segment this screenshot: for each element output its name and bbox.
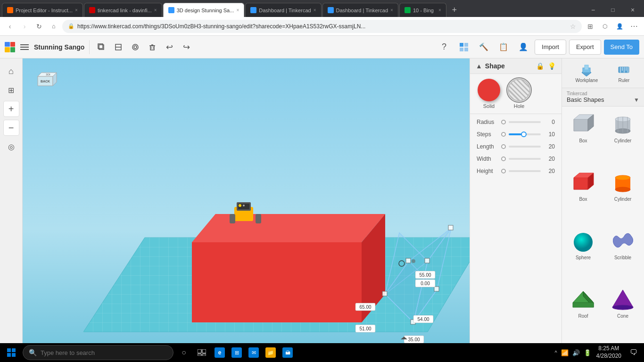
height-slider[interactable]	[509, 170, 541, 172]
tab-3-active[interactable]: 3D design Stunning Sa... ×	[163, 3, 245, 17]
back-button[interactable]: ‹	[4, 20, 16, 33]
shape-item-box-gray[interactable]: Box	[564, 108, 603, 166]
tab1-close[interactable]: ×	[75, 8, 78, 13]
refresh-button[interactable]: ↻	[33, 20, 45, 33]
redo-button[interactable]: ↪	[179, 40, 193, 54]
workplane-button[interactable]: Workplane	[572, 61, 602, 85]
radius-row: Radius 0	[477, 119, 555, 125]
shape-item-cone[interactable]: Cone	[603, 284, 642, 341]
zoom-in-button[interactable]: +	[3, 101, 19, 117]
workplane-label: Workplane	[576, 78, 598, 83]
tab3-close[interactable]: ×	[236, 8, 239, 13]
battery-icon[interactable]: 🔋	[582, 349, 593, 356]
taskbar-icon-mail[interactable]: ✉	[245, 344, 262, 361]
clipboard-button[interactable]: 📋	[495, 39, 512, 56]
network-icon[interactable]: 📶	[560, 349, 570, 356]
ruler-button[interactable]: Ruler	[613, 61, 634, 85]
close-button[interactable]: ×	[623, 3, 642, 17]
tab-1[interactable]: Project Editor - Instruct... ×	[2, 3, 83, 17]
zoom-out-button[interactable]: −	[3, 120, 19, 136]
viewport[interactable]: 55.00 0.00 65.00 51.00 54.00 35.00	[23, 58, 470, 343]
height-dot[interactable]	[501, 169, 506, 173]
delete-button[interactable]	[145, 40, 159, 54]
clock[interactable]: 8:25 AM 4/28/2020	[593, 345, 625, 360]
star-icon[interactable]: ☆	[570, 23, 576, 30]
compass-button[interactable]: ◎	[3, 139, 19, 155]
volume-icon[interactable]: 🔊	[571, 349, 581, 356]
svg-marker-17	[192, 242, 362, 322]
new-tab-button[interactable]: +	[447, 3, 462, 17]
shape-item-cylinder-orange[interactable]: Cylinder	[603, 167, 642, 224]
minimize-button[interactable]: −	[584, 3, 603, 17]
user-button[interactable]: 👤	[515, 39, 532, 56]
import-button[interactable]: Import	[535, 40, 566, 55]
task-view-button[interactable]	[193, 344, 210, 361]
length-dot[interactable]	[501, 144, 506, 149]
svg-text:51.00: 51.00	[359, 326, 371, 331]
hammer-button[interactable]: 🔨	[475, 39, 492, 56]
expand-nav-button[interactable]: ⊞	[3, 82, 19, 98]
view-button[interactable]	[455, 39, 472, 56]
svg-rect-24	[382, 291, 387, 296]
width-dot[interactable]	[501, 156, 506, 161]
more-button[interactable]: ⋯	[628, 20, 640, 33]
send-to-button[interactable]: Send To	[604, 40, 639, 55]
tab-4[interactable]: Dashboard | Tinkercad ×	[245, 3, 321, 17]
search-input[interactable]	[41, 349, 167, 356]
tab-2[interactable]: tinkercad link - davinfi... ×	[84, 3, 162, 17]
shape-item-roof[interactable]: Roof	[564, 284, 603, 341]
category-name: Basic Shapes	[567, 96, 604, 103]
light-shape-icon[interactable]: 💡	[548, 62, 556, 70]
radius-dot[interactable]	[501, 120, 506, 124]
tray-area: ^ 📶 🔊 🔋	[553, 349, 592, 356]
length-slider[interactable]	[509, 146, 541, 148]
help-button[interactable]: ?	[436, 39, 453, 56]
search-bar[interactable]: 🔍	[23, 345, 173, 360]
taskbar-icon-store[interactable]: ⊞	[228, 344, 245, 361]
shape-item-cylinder-gray[interactable]: Cylinder	[603, 108, 642, 166]
shape-item-sphere[interactable]: Sphere	[564, 225, 603, 283]
tray-arrow[interactable]: ^	[553, 350, 558, 355]
start-button[interactable]	[2, 343, 21, 362]
tab5-close[interactable]: ×	[390, 8, 393, 13]
steps-dot[interactable]	[501, 132, 506, 137]
profile-button[interactable]: 👤	[613, 20, 626, 33]
radius-slider[interactable]	[509, 121, 541, 123]
shape-item-box-red[interactable]: Box	[564, 167, 603, 224]
svg-point-38	[243, 205, 245, 206]
cast-button[interactable]: ⬡	[599, 20, 611, 33]
lock-shape-icon[interactable]: 🔒	[536, 62, 544, 70]
cortana-button[interactable]: ○	[175, 344, 192, 361]
cut-button[interactable]	[111, 40, 125, 54]
taskbar-icon-photos[interactable]: 🏔	[279, 344, 296, 361]
home-nav-button[interactable]: ⌂	[3, 63, 19, 79]
shape-item-scribble[interactable]: Scribble	[603, 225, 642, 283]
tab-6[interactable]: 10 - Bing ×	[399, 3, 446, 17]
width-slider[interactable]	[509, 158, 541, 160]
taskbar-icon-edge[interactable]: e	[211, 344, 228, 361]
tab-5[interactable]: Dashboard | Tinkercad ×	[322, 3, 398, 17]
duplicate-button[interactable]	[128, 40, 142, 54]
category-dropdown[interactable]: Basic Shapes ▼	[567, 96, 639, 103]
maximize-button[interactable]: □	[603, 3, 622, 17]
home-button[interactable]: ⌂	[48, 20, 60, 33]
extensions-button[interactable]: ⊞	[584, 20, 596, 33]
cube-nav[interactable]: BACK 3DI	[30, 66, 60, 96]
export-button[interactable]: Export	[569, 40, 601, 55]
copy-button[interactable]	[94, 40, 108, 54]
notification-button[interactable]: 🗨	[625, 344, 642, 361]
hole-button[interactable]: Hole	[508, 79, 530, 109]
url-bar[interactable]: 🔒 https://www.tinkercad.com/things/3DSoU…	[62, 20, 582, 33]
shape-panel-collapse-icon[interactable]: ▲	[476, 62, 482, 70]
export-label: Export	[576, 43, 594, 50]
tab6-close[interactable]: ×	[438, 8, 441, 13]
taskbar-icon-explorer[interactable]: 📁	[262, 344, 279, 361]
tab2-close[interactable]: ×	[154, 8, 157, 13]
solid-button[interactable]: Solid	[478, 79, 500, 109]
tab4-close[interactable]: ×	[314, 8, 316, 13]
shape-label-cylinder-gray: Cylinder	[614, 138, 632, 143]
steps-slider[interactable]	[509, 133, 541, 135]
forward-button[interactable]: ›	[18, 20, 31, 33]
undo-button[interactable]: ↩	[162, 40, 176, 54]
hamburger-button[interactable]	[18, 41, 31, 54]
